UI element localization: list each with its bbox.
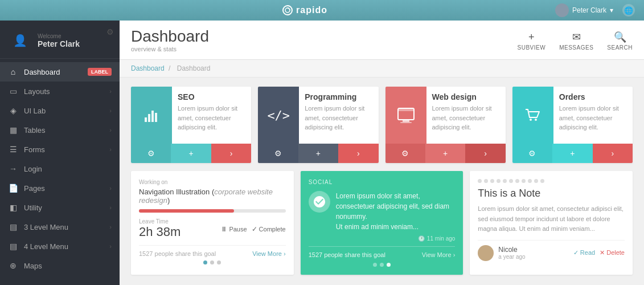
svg-rect-8 [400,122,412,123]
content-header: Dashboard overview & stats + SUBVIEW ✉ M… [120,21,644,60]
svg-rect-4 [155,113,157,122]
gear-icon[interactable]: ⚙ [106,27,114,36]
ndot-6[interactable] [509,179,513,183]
card-webdesign-body: Web design Lorem ipsum dolor sit amet, c… [426,87,506,144]
card-programming-settings[interactable]: ⚙ [258,144,298,163]
sdot-3[interactable] [387,263,391,267]
delete-button[interactable]: ✕ Delete [600,249,625,256]
card-orders-add[interactable]: + [552,144,592,163]
ndot-9[interactable] [528,179,532,183]
logo-icon [282,5,293,15]
card-webdesign-top: Web design Lorem ipsum dolor sit amet, c… [385,87,506,144]
ndot-8[interactable] [522,179,526,183]
sidebar-user-name: Peter Clark [38,39,80,48]
ndot-7[interactable] [515,179,519,183]
ndot-10[interactable] [534,179,538,183]
svg-point-9 [530,119,532,121]
sidebar-item-pages[interactable]: 📄 Pages › [0,178,120,198]
complete-button[interactable]: ✓ Complete [252,225,286,233]
ndot-11[interactable] [540,179,544,183]
card-programming-desc: Lorem ipsum dolor sit amet, consectetuer… [305,104,372,132]
view-more-link[interactable]: View More › [252,250,285,257]
card-seo-top: SEO Lorem ipsum dolor sit amet, consecte… [131,87,251,144]
card-webdesign-desc: Lorem ipsum dolor sit amet, consectetuer… [432,104,500,132]
dot-3[interactable] [217,260,221,264]
subview-button[interactable]: + SUBVIEW [518,31,546,51]
dot-2[interactable] [210,260,214,264]
logo: rapido [282,5,327,15]
card-seo-settings[interactable]: ⚙ [131,144,171,163]
topbar-user[interactable]: Peter Clark ▾ [555,3,613,17]
author-name: Nicole [498,246,525,254]
arrow-icon: › [109,204,112,211]
forms-icon: ☰ [8,145,18,154]
sidebar-item-utility[interactable]: ◧ Utility › [0,198,120,217]
dot-1[interactable] [203,260,207,264]
svg-rect-1 [145,117,147,122]
sidebar-item-layouts[interactable]: ▭ Layouts › [0,82,120,101]
card-programming-footer: ⚙ + › [258,144,378,163]
pages-icon: 📄 [8,184,18,193]
plus-icon: + [528,31,535,43]
card-orders-body: Orders Lorem ipsum dolor sit amet, conse… [553,87,633,144]
card-seo-footer: ⚙ + › [131,144,251,163]
breadcrumb-home[interactable]: Dashboard [131,64,165,72]
ndot-3[interactable] [490,179,494,183]
card-webdesign-go[interactable]: › [465,144,505,163]
arrow-icon: › [109,107,112,114]
header-actions: + SUBVIEW ✉ MESSAGES 🔍 SEARCH [518,27,633,51]
social-share-count: 1527 people share this goal [309,251,385,258]
social-extra-text: Ut enim ad minim veniam... [336,222,456,232]
globe-icon[interactable]: 🌐 [622,4,635,17]
sidebar-avatar: 👤 [8,28,32,52]
ndot-2[interactable] [484,179,488,183]
share-row: 1527 people share this goal View More › [139,245,286,257]
card-orders-go[interactable]: › [593,144,633,163]
topbar-right: Peter Clark ▾ 🌐 [555,3,635,17]
sidebar-item-tables[interactable]: ▦ Tables › [0,120,120,140]
arrow-icon: › [109,127,112,133]
card-orders-footer: ⚙ + › [512,144,633,163]
sdot-1[interactable] [373,263,377,267]
sidebar-item-dashboard[interactable]: ⌂ Dashboard LABEL [0,62,120,82]
card-seo-body: SEO Lorem ipsum dolor sit amet, consecte… [172,87,251,144]
note-title: This is a Note [478,188,625,199]
social-label: SOCIAL [309,179,456,185]
card-programming-go[interactable]: › [338,144,378,163]
note-dots-top [478,179,625,183]
svg-rect-3 [151,111,154,122]
seo-icon-col [131,87,172,144]
sdot-2[interactable] [380,263,384,267]
sidebar-item-3level[interactable]: ▤ 3 Level Menu › [0,217,120,237]
arrow-icon: › [109,185,112,192]
3level-icon: ▤ [8,222,18,231]
author-time: a year ago [498,254,525,260]
ndot-4[interactable] [497,179,501,183]
social-text: Lorem ipsum dolor sit amet, consectetuer… [336,191,456,222]
card-programming-body: Programming Lorem ipsum dolor sit amet, … [299,87,378,144]
card-webdesign-add[interactable]: + [425,144,465,163]
ndot-1[interactable] [478,179,482,183]
search-button[interactable]: 🔍 SEARCH [607,31,633,51]
card-orders-settings[interactable]: ⚙ [512,144,552,163]
social-view-more[interactable]: View More › [422,251,455,258]
sidebar-item-uilab[interactable]: ◈ UI Lab › [0,101,120,120]
svg-rect-2 [148,114,150,122]
sidebar-item-forms[interactable]: ☰ Forms › [0,140,120,159]
sidebar-item-4level[interactable]: ▤ 4 Level Menu › [0,237,120,256]
card-programming: </> Programming Lorem ipsum dolor sit am… [258,87,378,163]
avatar [555,3,569,17]
progress-bar-bg [139,209,286,213]
card-orders-desc: Lorem ipsum dolor sit amet, consectetuer… [559,104,627,132]
card-seo-add[interactable]: + [171,144,211,163]
sidebar-item-login[interactable]: → Login [0,159,120,178]
card-webdesign-settings[interactable]: ⚙ [385,144,425,163]
card-programming-add[interactable]: + [298,144,338,163]
sidebar-item-maps[interactable]: ⊕ Maps [0,256,120,275]
ndot-5[interactable] [503,179,507,183]
read-button[interactable]: ✓ Read [573,249,595,256]
messages-button[interactable]: ✉ MESSAGES [559,31,593,51]
card-seo-desc: Lorem ipsum dolor sit amet, consectetuer… [178,104,245,132]
pause-button[interactable]: ⏸ Pause [220,225,247,233]
card-seo-go[interactable]: › [211,144,251,163]
